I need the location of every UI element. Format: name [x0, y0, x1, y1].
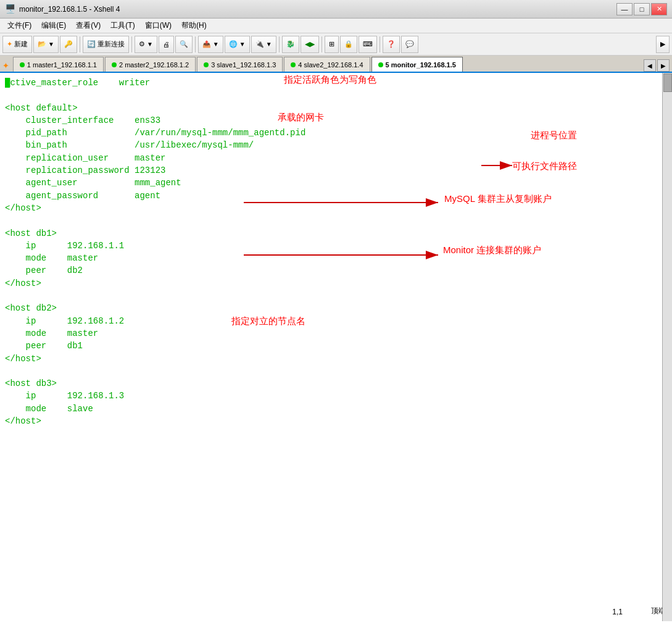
menu-edit[interactable]: 编辑(E): [36, 19, 71, 32]
annotation-agentpass: Monitor 连接集群的账户: [443, 245, 541, 256]
toolbar-separator-2: [131, 36, 132, 52]
find-icon: 🔍: [180, 40, 188, 48]
annotation-peer: 指定对立的节点名: [231, 316, 305, 327]
transfer-button[interactable]: 📤 ▼: [198, 36, 223, 53]
maximize-button[interactable]: □: [634, 3, 650, 15]
menu-file[interactable]: 文件(F): [2, 19, 36, 32]
annotation-writer: 指定活跃角色为写角色: [284, 74, 376, 86]
scrollbar[interactable]: [662, 73, 672, 621]
print-icon: 🖨: [163, 41, 170, 48]
tab-scroll-right[interactable]: ▶: [657, 59, 670, 72]
help-icon: ❓: [387, 40, 396, 48]
term-line-db2-ip: ip 192.168.1.2: [5, 315, 655, 327]
term-line-host-db2: <host db2>: [5, 302, 655, 314]
keyboard-button[interactable]: ⌨: [359, 36, 377, 53]
toolbar: ✦ 新建 📂 ▼ 🔑 🔄 重新连接 ⚙ ▼ 🖨 🔍 📤 ▼ 🌐 ▼ 🔌 ▼ 🐉 …: [0, 33, 672, 56]
term-line-endhost-db2: </host>: [5, 353, 655, 365]
grid-icon: ⊞: [329, 40, 334, 48]
tab-2[interactable]: 2 master2_192.168.1.2: [105, 57, 196, 72]
menu-window[interactable]: 窗口(W): [140, 19, 176, 32]
tab-5[interactable]: 5 monitor_192.168.1.5: [371, 57, 463, 72]
lock-icon: 🔒: [344, 40, 353, 48]
annotation-reppass: MySQL 集群主从复制账户: [444, 193, 552, 205]
find-button[interactable]: 🔍: [175, 36, 193, 53]
tab-5-label: 5 monitor_192.168.1.5: [386, 61, 456, 69]
chat-icon: 💬: [405, 40, 414, 48]
lock-button[interactable]: 🔒: [340, 36, 357, 53]
term-line-db3-mode: mode slave: [5, 403, 655, 415]
dragon-icon: 🐉: [286, 40, 295, 48]
green-icon: ◀▶: [305, 40, 315, 48]
help-button[interactable]: ❓: [383, 36, 400, 53]
term-line-endhost-db3: </host>: [5, 415, 655, 427]
file-open-button[interactable]: 📂 ▼: [33, 36, 59, 53]
tab-scroll-left[interactable]: ◀: [644, 59, 656, 72]
tab-5-status-dot: [378, 62, 383, 67]
reconnect-button[interactable]: 🔄 重新连接: [83, 36, 129, 53]
toolbar-separator-6: [380, 36, 380, 52]
term-line-db1-mode: mode master: [5, 252, 655, 264]
agent-button[interactable]: 🔌 ▼: [251, 36, 276, 53]
term-line-agentpass: agent_password agent: [5, 190, 655, 202]
settings-button[interactable]: ⚙ ▼: [135, 36, 157, 53]
green-button[interactable]: ◀▶: [301, 36, 319, 53]
toolbar-separator-3: [195, 36, 196, 52]
toolbar-separator-1: [80, 36, 80, 52]
new-icon: ✦: [7, 40, 12, 48]
grid-button[interactable]: ⊞: [325, 36, 339, 53]
tabs-bar: ✦ 1 master1_192.168.1.1 2 master2_192.16…: [0, 56, 672, 73]
tab-2-status-dot: [112, 62, 117, 67]
term-line-endhost-default: </host>: [5, 202, 655, 214]
term-line-blank-2: [5, 214, 655, 227]
menu-tools[interactable]: 工具(T): [106, 19, 139, 32]
term-line-db1-ip: ip 192.168.1.1: [5, 240, 655, 252]
tab-3-status-dot: [204, 62, 209, 67]
app-icon: 🖥️: [5, 4, 15, 14]
term-line-cluster: cluster_interface ens33: [5, 114, 655, 127]
term-line-blank-3: [5, 290, 655, 302]
window-controls: — □ ✕: [616, 3, 667, 15]
close-button[interactable]: ✕: [651, 3, 667, 15]
folder-icon: 📂: [38, 40, 46, 48]
annotation-pid: 进程号位置: [531, 130, 577, 141]
tab-3[interactable]: 3 slave1_192.168.1.3: [197, 57, 283, 72]
terminal-wrapper: █ctive_master_role writer <host default>…: [0, 73, 672, 636]
tab-1-label: 1 master1_192.168.1.1: [27, 61, 97, 69]
key-icon: 🔑: [64, 40, 73, 48]
menu-view[interactable]: 查看(V): [71, 19, 106, 32]
key-button[interactable]: 🔑: [60, 36, 77, 53]
tab-add-icon[interactable]: ✦: [2, 58, 9, 72]
globe-icon: 🌐: [229, 40, 238, 48]
tab-4-status-dot: [291, 62, 296, 67]
keyboard-icon: ⌨: [363, 40, 373, 48]
print-button[interactable]: 🖨: [159, 36, 174, 53]
tab-4[interactable]: 4 slave2_192.168.1.4: [284, 57, 370, 72]
chat-button[interactable]: 💬: [401, 36, 418, 53]
title-bar: 🖥️ monitor_192.168.1.5 - Xshell 4 — □ ✕: [0, 0, 672, 19]
tab-2-label: 2 master2_192.168.1.2: [119, 61, 189, 69]
term-line-blank-1: [5, 89, 655, 101]
annotation-binpath: 可执行文件路径: [512, 161, 577, 172]
tab-4-label: 4 slave2_192.168.1.4: [298, 61, 363, 69]
term-line-host-db1: <host db1>: [5, 227, 655, 240]
transfer-icon: 📤: [202, 40, 211, 48]
cursor-position: 1,1: [612, 608, 623, 616]
term-line-host-default: <host default>: [5, 102, 655, 114]
toolbar-overflow[interactable]: ▶: [656, 36, 670, 53]
term-line-db2-peer: peer db1: [5, 340, 655, 352]
minimize-button[interactable]: —: [616, 3, 633, 15]
tab-1-status-dot: [20, 62, 25, 67]
reconnect-icon: 🔄: [87, 40, 96, 48]
scroll-thumb[interactable]: [663, 73, 672, 92]
dragon-button[interactable]: 🐉: [282, 36, 299, 53]
tab-1[interactable]: 1 master1_192.168.1.1: [13, 57, 104, 72]
menu-help[interactable]: 帮助(H): [176, 19, 212, 32]
globe-button[interactable]: 🌐 ▼: [225, 36, 250, 53]
new-button[interactable]: ✦ 新建: [2, 36, 32, 53]
term-line-db1-peer: peer db2: [5, 264, 655, 277]
window-title: monitor_192.168.1.5 - Xshell 4: [19, 5, 616, 14]
term-line-agentuser: agent_user mmm_agent: [5, 177, 655, 189]
menu-bar: 文件(F) 编辑(E) 查看(V) 工具(T) 窗口(W) 帮助(H): [0, 19, 672, 33]
terminal-content[interactable]: █ctive_master_role writer <host default>…: [0, 73, 672, 621]
agent-icon: 🔌: [255, 40, 264, 48]
